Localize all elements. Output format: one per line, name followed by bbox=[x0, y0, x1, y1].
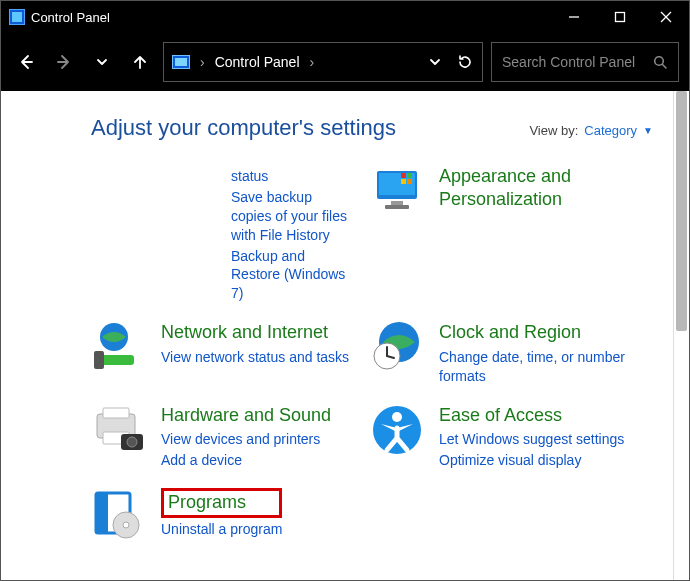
back-button[interactable] bbox=[11, 42, 41, 82]
printer-camera-icon bbox=[91, 404, 147, 456]
svg-rect-8 bbox=[401, 173, 406, 178]
svg-line-5 bbox=[663, 64, 667, 68]
link-optimize-display[interactable]: Optimize visual display bbox=[439, 451, 624, 470]
category-title[interactable]: Hardware and Sound bbox=[161, 404, 331, 427]
svg-point-31 bbox=[123, 522, 129, 528]
category-network[interactable]: Network and Internet View network status… bbox=[91, 321, 351, 373]
chevron-down-icon: ▼ bbox=[643, 125, 653, 136]
view-by-value: Category bbox=[584, 123, 637, 138]
svg-rect-1 bbox=[616, 13, 625, 22]
link-network-status[interactable]: View network status and tasks bbox=[161, 348, 349, 367]
titlebar: Control Panel bbox=[1, 1, 689, 33]
category-clock[interactable]: Clock and Region Change date, time, or n… bbox=[369, 321, 629, 385]
vertical-scrollbar[interactable] bbox=[673, 91, 689, 580]
accessibility-icon bbox=[369, 404, 425, 456]
close-button[interactable] bbox=[643, 1, 689, 33]
svg-rect-9 bbox=[407, 173, 412, 178]
address-history-dropdown[interactable] bbox=[428, 55, 442, 69]
link-date-time[interactable]: Change date, time, or number formats bbox=[439, 348, 629, 386]
toolbar: › Control Panel › Search Control Panel bbox=[1, 33, 689, 91]
breadcrumb[interactable]: Control Panel bbox=[215, 54, 300, 70]
clock-globe-icon bbox=[369, 321, 425, 373]
page-title: Adjust your computer's settings bbox=[91, 115, 396, 141]
category-programs[interactable]: Programs Uninstall a program bbox=[91, 488, 351, 540]
svg-rect-10 bbox=[401, 179, 406, 184]
link-add-device[interactable]: Add a device bbox=[161, 451, 331, 470]
chevron-right-icon: › bbox=[200, 54, 205, 70]
search-icon bbox=[653, 55, 668, 70]
highlight-box: Programs bbox=[161, 488, 282, 519]
svg-rect-12 bbox=[391, 201, 403, 205]
address-icon bbox=[172, 55, 190, 69]
link-uninstall-program[interactable]: Uninstall a program bbox=[161, 520, 282, 539]
window-title: Control Panel bbox=[31, 10, 110, 25]
scrollbar-handle[interactable] bbox=[676, 91, 687, 331]
up-button[interactable] bbox=[125, 42, 155, 82]
svg-rect-29 bbox=[96, 493, 108, 533]
svg-rect-11 bbox=[407, 179, 412, 184]
link-suggest-settings[interactable]: Let Windows suggest settings bbox=[439, 430, 624, 449]
maximize-button[interactable] bbox=[597, 1, 643, 33]
content-area: Adjust your computer's settings View by:… bbox=[1, 91, 673, 580]
category-system-partial: status Save backup copies of your files … bbox=[91, 169, 351, 303]
refresh-button[interactable] bbox=[456, 53, 474, 71]
search-placeholder: Search Control Panel bbox=[502, 54, 635, 70]
app-icon bbox=[9, 9, 25, 25]
monitor-icon bbox=[369, 165, 425, 217]
link-backup-restore[interactable]: Backup and Restore (Windows 7) bbox=[231, 247, 351, 304]
recent-dropdown[interactable] bbox=[87, 42, 117, 82]
svg-point-25 bbox=[127, 437, 137, 447]
address-bar[interactable]: › Control Panel › bbox=[163, 42, 483, 82]
category-ease-of-access[interactable]: Ease of Access Let Windows suggest setti… bbox=[369, 404, 629, 470]
minimize-button[interactable] bbox=[551, 1, 597, 33]
category-title[interactable]: Programs bbox=[168, 492, 246, 512]
category-title[interactable]: Appearance and Personalization bbox=[439, 165, 629, 210]
category-appearance[interactable]: Appearance and Personalization bbox=[369, 165, 629, 217]
link-devices-printers[interactable]: View devices and printers bbox=[161, 430, 331, 449]
view-by-label: View by: bbox=[529, 123, 578, 138]
chevron-right-icon: › bbox=[310, 54, 315, 70]
search-input[interactable]: Search Control Panel bbox=[491, 42, 679, 82]
category-hardware[interactable]: Hardware and Sound View devices and prin… bbox=[91, 404, 351, 470]
svg-rect-13 bbox=[385, 205, 409, 209]
category-title[interactable]: Ease of Access bbox=[439, 404, 624, 427]
svg-point-27 bbox=[392, 412, 402, 422]
category-title[interactable]: Clock and Region bbox=[439, 321, 629, 344]
view-by-selector[interactable]: View by: Category ▼ bbox=[529, 123, 653, 138]
link-status[interactable]: status bbox=[231, 167, 351, 186]
svg-rect-22 bbox=[103, 408, 129, 418]
link-file-history[interactable]: Save backup copies of your files with Fi… bbox=[231, 188, 351, 245]
globe-network-icon bbox=[91, 321, 147, 373]
programs-disc-icon bbox=[91, 488, 147, 540]
svg-rect-16 bbox=[94, 351, 104, 369]
category-title[interactable]: Network and Internet bbox=[161, 321, 349, 344]
forward-button[interactable] bbox=[49, 42, 79, 82]
